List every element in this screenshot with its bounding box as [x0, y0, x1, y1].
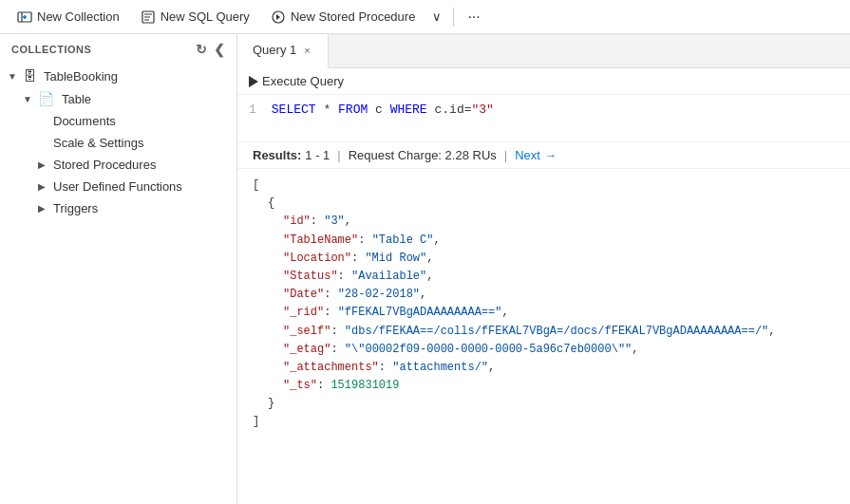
- json-obj-open: {: [253, 195, 835, 213]
- query-toolbar: Execute Query: [237, 68, 850, 95]
- main-toolbar: New Collection New SQL Query New Stored …: [0, 0, 850, 34]
- sidebar-item-documents[interactable]: ▶ Documents: [0, 110, 236, 132]
- more-options-button[interactable]: ···: [460, 5, 487, 29]
- execute-query-label: Execute Query: [262, 74, 344, 88]
- tabs-bar: Query 1 ×: [237, 34, 850, 68]
- chevron-right-icon: ▶: [38, 159, 47, 170]
- query-tab[interactable]: Query 1 ×: [237, 34, 329, 68]
- sidebar-header-icons: ↻ ❮: [196, 42, 225, 57]
- stored-procedures-label: Stored Procedures: [53, 158, 156, 172]
- query-alias: c: [368, 103, 389, 117]
- results-separator-2: |: [504, 148, 507, 162]
- next-label: Next: [515, 148, 540, 162]
- query-star: *: [316, 103, 338, 117]
- dropdown-arrow-icon: ∨: [432, 9, 442, 24]
- table-label: Table: [62, 92, 91, 106]
- json-row-ts: "_ts": 1519831019: [253, 377, 835, 395]
- execute-query-button[interactable]: Execute Query: [249, 74, 344, 88]
- collection-icon: 🗄: [23, 68, 36, 84]
- json-row-attachments: "_attachments": "attachments/",: [253, 359, 835, 377]
- new-stored-procedure-label: New Stored Procedure: [291, 9, 416, 24]
- json-row-date: "Date": "28-02-2018",: [253, 286, 835, 304]
- json-obj-close: }: [253, 395, 835, 413]
- results-separator-1: |: [337, 148, 340, 162]
- next-arrow-icon: →: [544, 148, 557, 162]
- table-icon: 📄: [38, 91, 54, 106]
- request-charge-label: Request Charge: 2.28 RUs: [349, 148, 497, 162]
- user-defined-functions-label: User Defined Functions: [53, 179, 182, 194]
- more-options-icon: ···: [467, 9, 480, 25]
- json-output[interactable]: [ { "id": "3", "TableName": "Table C", "…: [237, 169, 850, 504]
- json-row-rid: "_rid": "fFEKAL7VBgADAAAAAAAA==",: [253, 304, 835, 322]
- json-row-status: "Status": "Available",: [253, 268, 835, 286]
- json-bracket-open: [: [253, 177, 835, 195]
- json-row-self: "_self": "dbs/fFEKAA==/colls/fFEKAL7VBgA…: [253, 323, 835, 341]
- chevron-down-icon: ▼: [8, 71, 17, 82]
- line-number: 1: [249, 103, 256, 117]
- sidebar-item-scale-settings[interactable]: ▶ Scale & Settings: [0, 132, 236, 154]
- new-sql-query-button[interactable]: New SQL Query: [131, 6, 259, 28]
- sidebar-item-stored-procedures[interactable]: ▶ Stored Procedures: [0, 154, 236, 176]
- json-row-etag: "_etag": "\"00002f09-0000-0000-0000-5a96…: [253, 341, 835, 359]
- query-field: c.id=: [427, 103, 472, 117]
- new-stored-procedure-icon: [271, 9, 286, 25]
- new-sql-query-label: New SQL Query: [161, 9, 250, 24]
- sidebar-item-triggers[interactable]: ▶ Triggers: [0, 197, 236, 219]
- triggers-label: Triggers: [53, 201, 98, 215]
- tab-close-button[interactable]: ×: [302, 45, 312, 56]
- right-panel: Query 1 × Execute Query 1SELECT * FROM c…: [237, 34, 850, 504]
- json-row-tablename: "TableName": "Table C",: [253, 232, 835, 250]
- results-range: 1 - 1: [305, 148, 330, 162]
- next-button[interactable]: Next →: [515, 148, 557, 162]
- refresh-icon[interactable]: ↻: [196, 42, 208, 57]
- sidebar-item-user-defined-functions[interactable]: ▶ User Defined Functions: [0, 176, 236, 197]
- sidebar-header: COLLECTIONS ↻ ❮: [0, 34, 236, 65]
- sidebar-item-tablebooking[interactable]: ▼ 🗄 TableBooking: [0, 65, 236, 87]
- toolbar-divider: [453, 8, 454, 27]
- keyword-from: FROM: [338, 103, 368, 117]
- documents-label: Documents: [53, 114, 116, 128]
- new-stored-procedure-button[interactable]: New Stored Procedure: [261, 6, 425, 28]
- sidebar: COLLECTIONS ↻ ❮ ▼ 🗄 TableBooking ▼ 📄 Tab…: [0, 34, 237, 504]
- main-area: COLLECTIONS ↻ ❮ ▼ 🗄 TableBooking ▼ 📄 Tab…: [0, 34, 850, 504]
- new-collection-icon: [17, 9, 32, 25]
- dropdown-arrow-button[interactable]: ∨: [426, 6, 447, 28]
- scale-settings-label: Scale & Settings: [53, 136, 143, 150]
- tab-label: Query 1: [253, 43, 296, 57]
- results-bar: Results: 1 - 1 | Request Charge: 2.28 RU…: [237, 142, 850, 169]
- results-label: Results:: [253, 148, 301, 162]
- chevron-right-icon: ▶: [38, 181, 47, 192]
- code-editor[interactable]: 1SELECT * FROM c WHERE c.id="3": [237, 95, 850, 142]
- sidebar-item-table[interactable]: ▼ 📄 Table: [0, 87, 236, 110]
- json-row-location: "Location": "Mid Row",: [253, 250, 835, 268]
- new-sql-query-icon: [141, 9, 156, 25]
- new-collection-label: New Collection: [37, 9, 120, 24]
- query-value: "3": [471, 103, 493, 117]
- keyword-select: SELECT: [272, 103, 316, 117]
- collapse-icon[interactable]: ❮: [214, 42, 226, 57]
- json-row-id: "id": "3",: [253, 213, 835, 231]
- chevron-right-icon: ▶: [38, 203, 47, 214]
- chevron-down-icon: ▼: [23, 94, 32, 104]
- collections-title: COLLECTIONS: [11, 44, 91, 55]
- new-collection-button[interactable]: New Collection: [8, 6, 129, 28]
- keyword-where: WHERE: [390, 103, 427, 117]
- json-bracket-close: ]: [253, 413, 835, 431]
- tablebooking-label: TableBooking: [44, 69, 118, 84]
- play-icon: [249, 76, 258, 87]
